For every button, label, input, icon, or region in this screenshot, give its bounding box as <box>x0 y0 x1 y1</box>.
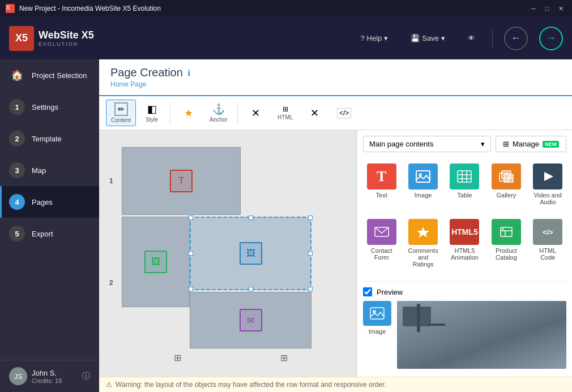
handle-bc[interactable] <box>249 287 253 291</box>
object-gallery[interactable]: Gallery <box>488 159 524 210</box>
html-tool-button[interactable]: ⊞ HTML <box>272 102 299 123</box>
logo-icon: X5 <box>9 26 34 51</box>
active-indicator <box>0 186 2 218</box>
star-icon: ★ <box>184 107 193 119</box>
object-html5-animation[interactable]: HTML5 HTML5 Animation <box>446 214 483 272</box>
handle-tl[interactable] <box>189 216 193 220</box>
object-comments-ratings[interactable]: Comments and Ratings <box>404 214 441 272</box>
canvas-footer-icon-2[interactable]: ⊞ <box>280 352 288 363</box>
canvas-cell-2-3[interactable]: ✉ <box>190 292 311 348</box>
logo: X5 WebSite X5 EVOLUTION <box>9 26 94 51</box>
preview-header-button[interactable]: 👁 <box>462 31 481 46</box>
sidebar-item-settings[interactable]: 1 Settings <box>0 91 99 123</box>
sidebar-num-1: 1 <box>9 99 25 115</box>
handle-ml[interactable] <box>189 251 193 256</box>
forward-button[interactable]: → <box>539 27 563 50</box>
object-product-catalog[interactable]: Product Catalog <box>488 214 524 272</box>
text-object-1[interactable]: T <box>170 170 193 192</box>
delete-tool-button[interactable]: ✕ <box>301 104 328 122</box>
back-button[interactable]: ← <box>504 27 528 50</box>
sidebar-item-pages[interactable]: 4 Pages <box>0 186 99 218</box>
code-tool-button[interactable]: </> <box>331 105 358 121</box>
object-html-code[interactable]: </> HTML Code <box>530 214 566 272</box>
sidebar-num-5: 5 <box>9 226 25 242</box>
canvas-cell-2-1[interactable]: 🖼 <box>122 217 190 307</box>
sidebar-item-template[interactable]: 2 Template <box>0 123 99 154</box>
preview-checkbox[interactable] <box>363 287 372 296</box>
canvas-cell-2-2[interactable]: 🖼 <box>190 217 311 290</box>
preview-content: Image <box>363 301 566 369</box>
style-icon: ◧ <box>147 103 157 115</box>
handle-mr[interactable] <box>308 251 313 256</box>
html-tool-icon: ⊞ <box>283 105 288 113</box>
objects-grid: T Text Image Table <box>363 159 566 272</box>
sidebar-label-export: Export <box>32 230 53 238</box>
manage-button[interactable]: ⊞ Manage NEW <box>496 136 566 152</box>
save-chevron-icon: ▾ <box>441 34 445 42</box>
warning-text: Warning: the layout of the objects may h… <box>116 381 386 389</box>
canvas-area[interactable]: 1 T 2 🖼 <box>99 130 357 377</box>
gallery-icon-box <box>492 163 521 189</box>
page-header: Page Creation ℹ Home Page <box>99 59 572 96</box>
preview-header: Preview <box>363 287 566 296</box>
object-text[interactable]: T Text <box>363 159 400 210</box>
user-credits: Credits: 19 <box>32 377 78 384</box>
object-image[interactable]: Image <box>404 159 441 210</box>
new-badge: NEW <box>543 141 559 148</box>
favorite-tool-button[interactable]: ★ <box>175 104 202 122</box>
object-contact-form[interactable]: Contact Form <box>363 214 400 272</box>
sidebar-item-project-selection[interactable]: 🏠 Project Selection <box>0 59 99 91</box>
sidebar-item-map[interactable]: 3 Map <box>0 154 99 186</box>
close-tool-button[interactable]: ✕ <box>242 104 270 122</box>
object-video-audio[interactable]: Video and Audio <box>530 159 566 210</box>
help-chevron-icon: ▾ <box>384 34 388 42</box>
handle-tc[interactable] <box>249 216 253 220</box>
window-controls[interactable]: ─ □ ✕ <box>528 3 566 14</box>
logo-evolution: EVOLUTION <box>39 41 94 47</box>
canvas-row-2: 2 🖼 <box>122 217 340 348</box>
svg-point-16 <box>502 229 503 230</box>
sidebar-label-map: Map <box>32 166 46 175</box>
preview-icon-label: Image <box>369 328 386 335</box>
canvas-footer-icon-1[interactable]: ⊞ <box>174 352 181 363</box>
maximize-button[interactable]: □ <box>541 3 553 14</box>
user-name: John S. <box>32 369 78 377</box>
save-button[interactable]: 💾 Save ▾ <box>405 31 451 46</box>
warning-icon: ⚠ <box>106 381 112 389</box>
sidebar-num-4: 4 <box>9 194 25 210</box>
close-button[interactable]: ✕ <box>555 3 566 14</box>
toolbar-separator-1 <box>170 102 170 124</box>
preview-label: Preview <box>377 288 403 296</box>
code-icon: </> <box>337 108 351 118</box>
manage-icon: ⊞ <box>503 140 509 148</box>
image-object-selected[interactable]: 🖼 <box>240 242 262 265</box>
help-button[interactable]: ? Help ▾ <box>355 31 394 46</box>
content-area: Page Creation ℹ Home Page ✏ Content ◧ St… <box>99 59 572 392</box>
canvas-wrapper: 1 T 2 🖼 <box>122 147 340 365</box>
info-icon[interactable]: ⓘ <box>82 371 90 381</box>
catalog-icon-box <box>492 219 521 245</box>
minimize-button[interactable]: ─ <box>528 3 539 14</box>
comments-icon-box <box>408 219 438 245</box>
image-object-2[interactable]: 🖼 <box>144 251 167 273</box>
video-icon-box <box>533 163 562 189</box>
content-icon: ✏ <box>114 102 128 116</box>
content-tool-button[interactable]: ✏ Content <box>106 100 136 126</box>
header: X5 WebSite X5 EVOLUTION ? Help ▾ 💾 Save … <box>0 17 572 59</box>
email-object[interactable]: ✉ <box>240 309 262 331</box>
object-table[interactable]: Table <box>446 159 483 210</box>
contents-dropdown[interactable]: Main page contents ▾ <box>363 136 491 152</box>
canvas-footer: ⊞ ⊞ <box>122 350 340 365</box>
handle-br[interactable] <box>308 287 313 291</box>
anchor-tool-button[interactable]: ⚓ Anchor <box>204 100 233 126</box>
page-info-icon[interactable]: ℹ <box>187 68 190 77</box>
delete-tool-icon: ✕ <box>310 107 319 119</box>
style-tool-button[interactable]: ◧ Style <box>138 100 165 126</box>
sidebar-label-settings: Settings <box>32 103 58 111</box>
canvas-cell-1-1[interactable]: T <box>122 147 241 215</box>
handle-tr[interactable] <box>308 216 313 220</box>
breadcrumb: Home Page <box>110 80 561 88</box>
sidebar-item-export[interactable]: 5 Export <box>0 218 99 249</box>
handle-bl[interactable] <box>189 287 193 291</box>
contact-icon-box <box>367 219 396 245</box>
